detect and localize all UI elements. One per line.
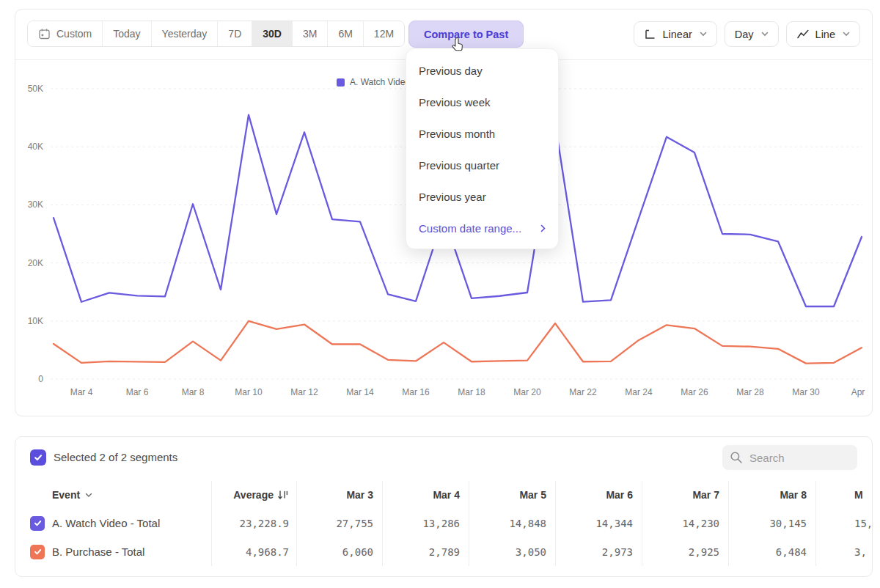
svg-text:30K: 30K — [28, 199, 43, 210]
svg-text:Mar 22: Mar 22 — [569, 387, 597, 397]
column-header-mar6[interactable]: Mar 6 — [555, 481, 642, 509]
column-header-mar7[interactable]: Mar 7 — [642, 481, 728, 509]
axes-icon — [644, 29, 656, 40]
cell-value: 30,145 — [728, 509, 815, 537]
calendar-icon — [38, 28, 51, 40]
series-line-b-purchase[interactable] — [54, 321, 862, 364]
row-checkbox-watch-video[interactable] — [30, 516, 45, 531]
menu-item-previous-quarter[interactable]: Previous quarter — [406, 150, 558, 181]
svg-text:Mar 16: Mar 16 — [402, 387, 430, 397]
search-box[interactable] — [722, 445, 857, 470]
checkmark-icon — [33, 518, 43, 528]
svg-text:0: 0 — [38, 374, 43, 384]
svg-text:Mar 18: Mar 18 — [458, 387, 485, 397]
segments-bar: Selected 2 of 2 segments — [15, 447, 872, 477]
cell-value-clipped: 15, — [815, 509, 873, 537]
select-all-checkbox[interactable] — [30, 449, 46, 466]
compare-to-past-button[interactable]: Compare to Past — [408, 21, 524, 48]
svg-text:Mar 4: Mar 4 — [70, 387, 93, 397]
line-chart-icon — [796, 29, 810, 40]
view-controls: Linear Day Line — [634, 21, 860, 47]
selected-segments-label: Selected 2 of 2 segments — [54, 451, 177, 463]
svg-text:40K: 40K — [28, 142, 43, 152]
menu-item-custom-date-range[interactable]: Custom date range... — [406, 213, 558, 244]
chevron-down-icon — [843, 32, 850, 37]
cell-value: 2,973 — [555, 537, 642, 566]
chart-type-dropdown[interactable]: Line — [786, 21, 860, 47]
cell-value: 3,050 — [469, 537, 555, 566]
compare-to-past-menu: Previous day Previous week Previous mont… — [406, 48, 559, 249]
segment-name: A. Watch Video - Total — [52, 517, 160, 529]
column-header-mar5[interactable]: Mar 5 — [469, 481, 555, 509]
menu-item-previous-month[interactable]: Previous month — [406, 118, 558, 150]
table-row-watch-video: A. Watch Video - Total 23,228.9 27,755 1… — [15, 509, 873, 537]
table-header-row: Event Average Mar 3 Mar 4 Mar 5 Mar 6 Ma — [15, 481, 873, 509]
chevron-down-icon — [761, 32, 769, 37]
svg-text:Mar 20: Mar 20 — [513, 387, 541, 397]
scale-dropdown[interactable]: Linear — [634, 21, 716, 47]
cell-value: 13,286 — [382, 509, 469, 537]
chevron-down-icon — [700, 32, 707, 37]
cell-average: 4,968.7 — [211, 537, 296, 566]
range-button-12m[interactable]: 12M — [364, 21, 404, 46]
segments-table: Event Average Mar 3 Mar 4 Mar 5 Mar 6 Ma — [15, 481, 873, 566]
svg-text:20K: 20K — [28, 258, 43, 268]
range-button-3m[interactable]: 3M — [293, 21, 328, 46]
date-range-segmented-control: Custom Today Yesterday 7D 30D 3M 6M 12M — [27, 21, 405, 47]
column-header-mar4[interactable]: Mar 4 — [382, 481, 469, 509]
cell-average: 23,228.9 — [211, 509, 296, 537]
svg-text:Mar 10: Mar 10 — [235, 387, 263, 397]
svg-text:Mar 12: Mar 12 — [290, 387, 318, 397]
cell-value: 27,755 — [296, 509, 382, 537]
range-button-30d[interactable]: 30D — [252, 21, 293, 46]
table-row-purchase: B. Purchase - Total 4,968.7 6,060 2,789 … — [15, 537, 873, 566]
row-checkbox-purchase[interactable] — [30, 545, 45, 559]
segment-name: B. Purchase - Total — [52, 545, 144, 558]
range-button-6m[interactable]: 6M — [328, 21, 363, 46]
checkmark-icon — [33, 547, 43, 556]
svg-text:Mar 24: Mar 24 — [625, 387, 653, 397]
cell-value: 6,484 — [728, 537, 815, 566]
svg-text:Mar 30: Mar 30 — [792, 387, 820, 397]
menu-item-previous-week[interactable]: Previous week — [406, 87, 558, 118]
checkmark-icon — [33, 452, 43, 463]
cell-value: 14,230 — [642, 509, 728, 537]
column-header-mar3[interactable]: Mar 3 — [296, 481, 382, 509]
cell-value: 14,848 — [469, 509, 555, 537]
column-header-clipped[interactable]: M — [815, 481, 873, 509]
menu-item-previous-day[interactable]: Previous day — [406, 55, 558, 87]
chevron-down-icon — [85, 493, 92, 498]
interval-dropdown[interactable]: Day — [725, 21, 779, 47]
search-input[interactable] — [749, 452, 845, 464]
column-header-event[interactable]: Event — [15, 481, 211, 509]
cell-value-clipped: 3, — [815, 537, 873, 566]
search-icon — [730, 451, 743, 464]
svg-text:Apr 1: Apr 1 — [851, 387, 868, 397]
svg-text:50K: 50K — [28, 84, 43, 94]
range-button-today[interactable]: Today — [103, 21, 151, 46]
cell-value: 6,060 — [296, 537, 382, 566]
svg-text:Mar 6: Mar 6 — [126, 387, 149, 397]
svg-text:Mar 28: Mar 28 — [736, 387, 764, 397]
cell-value: 2,789 — [382, 537, 469, 566]
range-button-custom[interactable]: Custom — [28, 21, 103, 46]
cell-value: 14,344 — [555, 509, 642, 537]
svg-text:Mar 14: Mar 14 — [346, 387, 374, 397]
range-button-label: Custom — [56, 28, 92, 40]
svg-text:10K: 10K — [28, 316, 43, 326]
menu-item-previous-year[interactable]: Previous year — [406, 181, 558, 213]
cell-value: 2,925 — [642, 537, 728, 566]
range-button-7d[interactable]: 7D — [218, 21, 252, 46]
segments-table-card: Selected 2 of 2 segments Event Average — [15, 436, 873, 577]
chevron-right-icon — [540, 224, 546, 232]
column-header-mar8[interactable]: Mar 8 — [728, 481, 815, 509]
range-button-yesterday[interactable]: Yesterday — [152, 21, 219, 46]
column-header-average[interactable]: Average — [211, 481, 296, 509]
sort-descending-icon — [277, 490, 289, 501]
svg-text:Mar 8: Mar 8 — [182, 387, 205, 397]
svg-text:Mar 26: Mar 26 — [681, 387, 708, 397]
